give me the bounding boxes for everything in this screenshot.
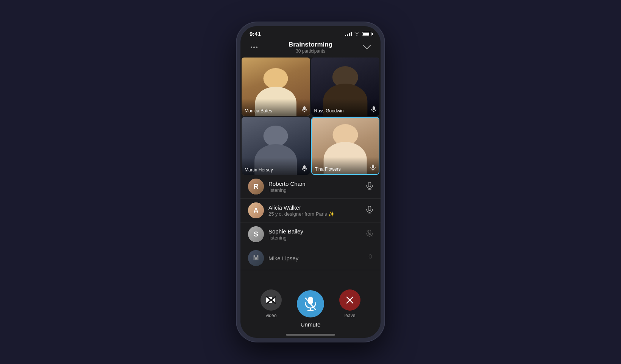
status-icons (345, 31, 371, 37)
call-title-group: Brainstorming 30 participants (289, 41, 332, 54)
wifi-icon (354, 31, 360, 37)
mic-icon-roberto (366, 182, 373, 191)
video-grid: Monica Bates Russ (240, 58, 381, 175)
participants-list: R Roberto Cham listening (240, 175, 381, 283)
video-name-bar-martin: Martin Hersey (242, 158, 310, 175)
status-time: 9:41 (250, 31, 261, 37)
bottom-controls: video (240, 283, 381, 331)
participants-count: 30 participants (289, 48, 332, 54)
participant-status-sophie: listening (268, 235, 366, 241)
video-participant-name-martin: Martin Hersey (245, 167, 273, 173)
video-control[interactable]: video (261, 289, 282, 318)
video-cell-tina[interactable]: Tina Flowers (311, 117, 380, 175)
signal-icon (345, 32, 352, 36)
video-cell-russ[interactable]: Russ Goodwin (311, 58, 380, 116)
avatar-sophie: S (248, 226, 264, 242)
list-item[interactable]: R Roberto Cham listening (240, 175, 381, 199)
participant-info-sophie: Sophie Bailey listening (268, 228, 366, 241)
participant-status-roberto: listening (268, 187, 366, 193)
list-item[interactable]: S Sophie Bailey listening (240, 222, 381, 246)
call-title: Brainstorming (289, 41, 332, 48)
mic-muted-icon-sophie (366, 230, 373, 239)
mic-icon-mike (368, 254, 373, 262)
avatar-alicia: A (248, 202, 264, 218)
participant-name-mike: Mike Lipsey (268, 255, 368, 261)
svg-rect-0 (303, 106, 306, 110)
participant-info-mike: Mike Lipsey (268, 255, 368, 261)
leave-label: leave (345, 313, 356, 318)
video-participant-name-tina: Tina Flowers (315, 166, 341, 172)
leave-button[interactable] (339, 289, 360, 311)
status-bar: 9:41 (240, 26, 381, 39)
mic-icon-tina (370, 165, 376, 172)
video-participant-name-monica: Monica Bates (245, 108, 272, 114)
unmute-label: Unmute (248, 321, 373, 328)
video-participant-name-russ: Russ Goodwin (314, 108, 344, 114)
participant-info-alicia: Alicia Walker 25 y.o. designer from Pari… (268, 204, 366, 217)
mic-icon-russ (371, 106, 376, 114)
collapse-button[interactable] (361, 41, 373, 53)
battery-icon (362, 32, 371, 36)
leave-control[interactable]: leave (339, 289, 360, 318)
svg-rect-18 (369, 254, 372, 258)
participant-info-roberto: Roberto Cham listening (268, 180, 366, 193)
participant-name-sophie: Sophie Bailey (268, 228, 366, 235)
svg-rect-8 (368, 182, 371, 187)
more-options-button[interactable] (248, 41, 260, 53)
participant-name-roberto: Roberto Cham (268, 180, 366, 187)
svg-rect-2 (373, 106, 375, 110)
avatar-mike: M (248, 250, 264, 266)
home-bar (286, 334, 335, 336)
video-cell-monica[interactable]: Monica Bates (242, 58, 310, 116)
mic-icon-monica (302, 106, 307, 114)
svg-rect-6 (372, 165, 374, 168)
controls-row: video (248, 289, 373, 318)
participant-status-alicia: 25 y.o. designer from Paris ✨ (268, 211, 366, 217)
call-header: Brainstorming 30 participants (240, 39, 381, 58)
participant-name-alicia: Alicia Walker (268, 204, 366, 211)
mute-button[interactable] (297, 290, 324, 317)
phone-frame: 9:41 (237, 22, 384, 342)
avatar-roberto: R (248, 179, 264, 194)
video-name-bar-tina: Tina Flowers (312, 157, 379, 174)
video-name-bar-monica: Monica Bates (242, 99, 310, 116)
video-cell-martin[interactable]: Martin Hersey (242, 117, 310, 175)
svg-rect-11 (368, 206, 371, 210)
list-item[interactable]: A Alicia Walker 25 y.o. designer from Pa… (240, 199, 381, 222)
svg-rect-4 (303, 165, 306, 169)
mic-icon-alicia (366, 206, 373, 215)
video-label: video (266, 313, 277, 318)
mute-control[interactable] (297, 290, 324, 317)
phone-screen: 9:41 (240, 26, 381, 338)
video-button[interactable] (261, 289, 282, 311)
video-name-bar-russ: Russ Goodwin (311, 99, 380, 116)
mic-icon-martin (302, 165, 307, 173)
home-indicator (240, 331, 381, 338)
list-item[interactable]: M Mike Lipsey (240, 246, 381, 270)
